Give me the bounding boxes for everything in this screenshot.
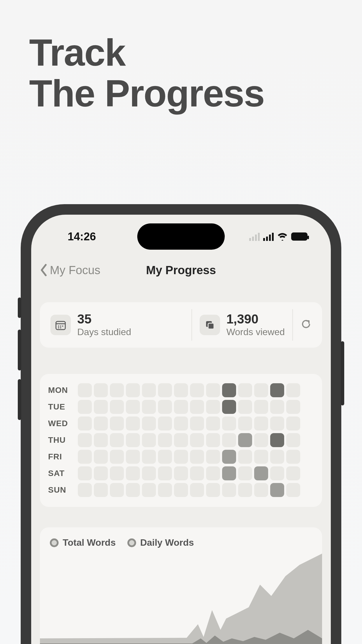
heatmap-cell[interactable]	[126, 483, 140, 497]
heatmap-cell[interactable]	[78, 383, 92, 397]
heatmap-cell[interactable]	[78, 400, 92, 414]
heatmap-cell[interactable]	[270, 383, 284, 397]
heatmap-cell[interactable]	[286, 383, 300, 397]
heatmap-cell[interactable]	[238, 383, 252, 397]
heatmap-cell[interactable]	[254, 450, 268, 464]
heatmap-cell[interactable]	[190, 466, 204, 480]
heatmap-cell[interactable]	[174, 400, 188, 414]
legend-daily-words[interactable]: Daily Words	[127, 537, 194, 548]
heatmap-cell[interactable]	[110, 483, 124, 497]
heatmap-cell[interactable]	[78, 433, 92, 447]
heatmap-cell[interactable]	[190, 433, 204, 447]
heatmap-cell[interactable]	[94, 450, 108, 464]
heatmap-cell[interactable]	[190, 483, 204, 497]
heatmap-cell[interactable]	[78, 450, 92, 464]
heatmap-cell[interactable]	[158, 450, 172, 464]
heatmap-cell[interactable]	[238, 416, 252, 430]
heatmap-cell[interactable]	[286, 466, 300, 480]
heatmap-cell[interactable]	[270, 483, 284, 497]
heatmap-cell[interactable]	[94, 433, 108, 447]
heatmap-cell[interactable]	[254, 383, 268, 397]
heatmap-cell[interactable]	[94, 416, 108, 430]
heatmap-cell[interactable]	[126, 450, 140, 464]
heatmap-cell[interactable]	[110, 416, 124, 430]
heatmap-cell[interactable]	[158, 383, 172, 397]
heatmap-cell[interactable]	[126, 383, 140, 397]
heatmap-cell[interactable]	[158, 400, 172, 414]
heatmap-cell[interactable]	[238, 483, 252, 497]
heatmap-cell[interactable]	[222, 433, 236, 447]
heatmap-cell[interactable]	[286, 433, 300, 447]
heatmap-cell[interactable]	[142, 433, 156, 447]
heatmap-cell[interactable]	[174, 483, 188, 497]
heatmap-cell[interactable]	[158, 416, 172, 430]
heatmap-cell[interactable]	[238, 450, 252, 464]
heatmap-cell[interactable]	[94, 466, 108, 480]
heatmap-cell[interactable]	[158, 466, 172, 480]
heatmap-cell[interactable]	[78, 466, 92, 480]
heatmap-cell[interactable]	[206, 466, 220, 480]
heatmap-cell[interactable]	[254, 483, 268, 497]
heatmap-cell[interactable]	[270, 400, 284, 414]
heatmap-cell[interactable]	[206, 483, 220, 497]
heatmap-cell[interactable]	[190, 416, 204, 430]
heatmap-cell[interactable]	[158, 433, 172, 447]
heatmap-cell[interactable]	[174, 416, 188, 430]
heatmap-cell[interactable]	[126, 416, 140, 430]
heatmap-cell[interactable]	[222, 400, 236, 414]
heatmap-cell[interactable]	[286, 416, 300, 430]
heatmap-cell[interactable]	[222, 450, 236, 464]
heatmap-cell[interactable]	[110, 450, 124, 464]
heatmap-cell[interactable]	[286, 400, 300, 414]
heatmap-cell[interactable]	[206, 383, 220, 397]
heatmap-cell[interactable]	[174, 466, 188, 480]
heatmap-cell[interactable]	[174, 450, 188, 464]
heatmap-cell[interactable]	[78, 483, 92, 497]
back-button[interactable]: My Focus	[40, 264, 100, 277]
heatmap-cell[interactable]	[270, 466, 284, 480]
heatmap-cell[interactable]	[254, 466, 268, 480]
heatmap-cell[interactable]	[238, 466, 252, 480]
heatmap-cell[interactable]	[206, 400, 220, 414]
heatmap-cell[interactable]	[78, 416, 92, 430]
heatmap-cell[interactable]	[270, 416, 284, 430]
legend-total-words[interactable]: Total Words	[50, 537, 116, 548]
heatmap-cell[interactable]	[206, 450, 220, 464]
heatmap-cell[interactable]	[126, 466, 140, 480]
heatmap-cell[interactable]	[110, 433, 124, 447]
heatmap-cell[interactable]	[126, 400, 140, 414]
heatmap-cell[interactable]	[94, 483, 108, 497]
heatmap-cell[interactable]	[286, 450, 300, 464]
heatmap-cell[interactable]	[174, 383, 188, 397]
heatmap-cell[interactable]	[238, 400, 252, 414]
heatmap-cell[interactable]	[94, 400, 108, 414]
heatmap-cell[interactable]	[110, 400, 124, 414]
heatmap-cell[interactable]	[286, 483, 300, 497]
refresh-button[interactable]	[293, 302, 319, 348]
heatmap-cell[interactable]	[110, 383, 124, 397]
heatmap-cell[interactable]	[142, 466, 156, 480]
heatmap-cell[interactable]	[142, 383, 156, 397]
heatmap-cell[interactable]	[270, 433, 284, 447]
heatmap-cell[interactable]	[222, 483, 236, 497]
heatmap-cell[interactable]	[142, 483, 156, 497]
heatmap-cell[interactable]	[206, 433, 220, 447]
heatmap-cell[interactable]	[270, 450, 284, 464]
heatmap-cell[interactable]	[190, 383, 204, 397]
heatmap-cell[interactable]	[254, 433, 268, 447]
heatmap-cell[interactable]	[110, 466, 124, 480]
heatmap-cell[interactable]	[94, 383, 108, 397]
heatmap-cell[interactable]	[222, 416, 236, 430]
heatmap-cell[interactable]	[238, 433, 252, 447]
heatmap-cell[interactable]	[254, 416, 268, 430]
heatmap-cell[interactable]	[158, 483, 172, 497]
heatmap-cell[interactable]	[142, 400, 156, 414]
heatmap-cell[interactable]	[190, 450, 204, 464]
heatmap-cell[interactable]	[142, 416, 156, 430]
heatmap-cell[interactable]	[126, 433, 140, 447]
heatmap-cell[interactable]	[222, 383, 236, 397]
heatmap-cell[interactable]	[222, 466, 236, 480]
heatmap-cell[interactable]	[206, 416, 220, 430]
heatmap-cell[interactable]	[190, 400, 204, 414]
heatmap-cell[interactable]	[142, 450, 156, 464]
